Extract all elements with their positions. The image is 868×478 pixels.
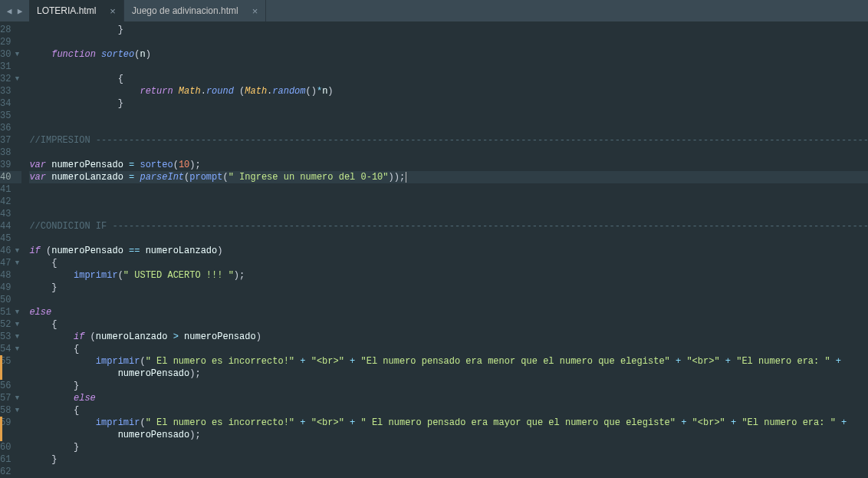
code-line[interactable]: { bbox=[29, 404, 868, 417]
tab-label: LOTERIA.html bbox=[37, 5, 96, 16]
line-number: 44 bbox=[0, 220, 21, 232]
line-number: 47▼ bbox=[0, 257, 21, 269]
line-number: 58▼ bbox=[0, 404, 21, 417]
code-line[interactable] bbox=[29, 61, 868, 73]
line-number: 36 bbox=[0, 122, 21, 134]
tab-label: Juego de adivinacion.html bbox=[132, 5, 238, 16]
code-line[interactable]: } bbox=[29, 380, 868, 392]
code-line[interactable]: //CONDICION IF -------------------------… bbox=[29, 220, 868, 232]
code-line[interactable]: imprimir(" USTED ACERTO !!! "); bbox=[29, 269, 868, 282]
line-number: 51▼ bbox=[0, 306, 21, 318]
code-line[interactable]: numeroPensado); bbox=[29, 368, 868, 380]
fold-icon[interactable]: ▼ bbox=[13, 404, 21, 417]
code-line[interactable]: else bbox=[29, 392, 868, 404]
line-number: 32▼ bbox=[0, 73, 21, 85]
fold-icon[interactable]: ▼ bbox=[13, 318, 21, 331]
gutter: 282930▼3132▼3334353637383940414243444546… bbox=[0, 21, 21, 478]
code-line[interactable]: else bbox=[29, 306, 868, 318]
line-number: 56 bbox=[0, 380, 21, 392]
code-line[interactable] bbox=[29, 466, 868, 478]
close-icon[interactable]: × bbox=[252, 6, 258, 16]
code-line[interactable] bbox=[29, 294, 868, 306]
code-line[interactable] bbox=[29, 183, 868, 196]
code-line[interactable]: if (numeroPensado == numeroLanzado) bbox=[29, 245, 868, 257]
code-line[interactable] bbox=[29, 122, 868, 134]
code-line[interactable]: imprimir(" El numero es incorrecto!" + "… bbox=[29, 355, 868, 368]
fold-icon[interactable]: ▼ bbox=[13, 331, 21, 343]
line-number: 39 bbox=[0, 159, 21, 171]
fold-icon[interactable]: ▼ bbox=[13, 245, 21, 257]
line-number: 42 bbox=[0, 196, 21, 208]
code-line[interactable]: return Math.round (Math.random()*n) bbox=[29, 85, 868, 97]
code-line[interactable] bbox=[29, 208, 868, 220]
line-number: 38 bbox=[0, 147, 21, 159]
line-number: 60 bbox=[0, 441, 21, 453]
text-cursor bbox=[406, 172, 406, 183]
nav-back-icon[interactable]: ◀ bbox=[5, 6, 14, 15]
fold-icon[interactable]: ▼ bbox=[13, 392, 21, 404]
line-number: 45 bbox=[0, 232, 21, 245]
line-number: 29 bbox=[0, 36, 21, 48]
line-number: 35 bbox=[0, 110, 21, 122]
modified-marker-icon bbox=[0, 355, 2, 368]
editor[interactable]: 282930▼3132▼3334353637383940414243444546… bbox=[0, 21, 868, 478]
code-line[interactable] bbox=[29, 147, 868, 159]
code-line[interactable]: imprimir(" El numero es incorrecto!" + "… bbox=[29, 417, 868, 429]
fold-icon[interactable]: ▼ bbox=[13, 48, 21, 61]
line-number: 46▼ bbox=[0, 245, 21, 257]
line-number: 61 bbox=[0, 453, 21, 466]
line-number: 34 bbox=[0, 97, 21, 110]
line-number: 49 bbox=[0, 282, 21, 294]
code-line[interactable]: } bbox=[29, 453, 868, 466]
code-line[interactable]: { bbox=[29, 257, 868, 269]
line-number: 43 bbox=[0, 208, 21, 220]
line-number: 57▼ bbox=[0, 392, 21, 404]
fold-icon[interactable]: ▼ bbox=[13, 343, 21, 355]
code-line[interactable] bbox=[29, 110, 868, 122]
close-icon[interactable]: × bbox=[110, 6, 116, 16]
tab-bar: ◀ ▶ LOTERIA.html×Juego de adivinacion.ht… bbox=[0, 0, 868, 21]
code-line[interactable]: function sorteo(n) bbox=[29, 48, 868, 61]
line-number: 53▼ bbox=[0, 331, 21, 343]
code-line[interactable]: } bbox=[29, 24, 868, 36]
nav-arrows: ◀ ▶ bbox=[0, 0, 29, 21]
modified-marker-icon bbox=[0, 429, 2, 441]
line-number: 41 bbox=[0, 183, 21, 196]
line-number: 31 bbox=[0, 61, 21, 73]
line-number: 59 bbox=[0, 417, 21, 429]
line-number: 50 bbox=[0, 294, 21, 306]
code-line[interactable]: { bbox=[29, 343, 868, 355]
nav-forward-icon[interactable]: ▶ bbox=[15, 6, 25, 15]
code-line[interactable]: { bbox=[29, 318, 868, 331]
fold-icon[interactable]: ▼ bbox=[13, 306, 21, 318]
line-number: 52▼ bbox=[0, 318, 21, 331]
line-number: 55 bbox=[0, 355, 21, 368]
code-line[interactable]: //IMPRESION ----------------------------… bbox=[29, 134, 868, 147]
code-line[interactable]: numeroPensado); bbox=[29, 429, 868, 441]
tab-1[interactable]: Juego de adivinacion.html× bbox=[124, 0, 266, 21]
code-line[interactable]: { bbox=[29, 73, 868, 85]
code-line[interactable] bbox=[29, 36, 868, 48]
code-line[interactable]: } bbox=[29, 441, 868, 453]
code-line[interactable] bbox=[29, 232, 868, 245]
code-line[interactable]: } bbox=[29, 282, 868, 294]
modified-marker-icon bbox=[0, 417, 2, 429]
line-number bbox=[0, 429, 21, 441]
code-area[interactable]: } function sorteo(n) { return Math.round… bbox=[21, 21, 868, 478]
code-line[interactable]: var numeroPensado = sorteo(10); bbox=[29, 159, 868, 171]
line-number: 54▼ bbox=[0, 343, 21, 355]
code-line[interactable] bbox=[29, 196, 868, 208]
tab-0[interactable]: LOTERIA.html× bbox=[29, 0, 124, 21]
fold-icon[interactable]: ▼ bbox=[13, 257, 21, 269]
line-number: 37 bbox=[0, 134, 21, 147]
line-number: 28 bbox=[0, 24, 21, 36]
fold-icon[interactable]: ▼ bbox=[13, 73, 21, 85]
line-number: 30▼ bbox=[0, 48, 21, 61]
code-line[interactable]: if (numeroLanzado > numeroPensado) bbox=[29, 331, 868, 343]
line-number: 62 bbox=[0, 466, 21, 478]
line-number bbox=[0, 368, 21, 380]
code-line[interactable]: } bbox=[29, 97, 868, 110]
code-line[interactable]: var numeroLanzado = parseInt(prompt(" In… bbox=[29, 171, 868, 183]
modified-marker-icon bbox=[0, 368, 2, 380]
line-number: 48 bbox=[0, 269, 21, 282]
